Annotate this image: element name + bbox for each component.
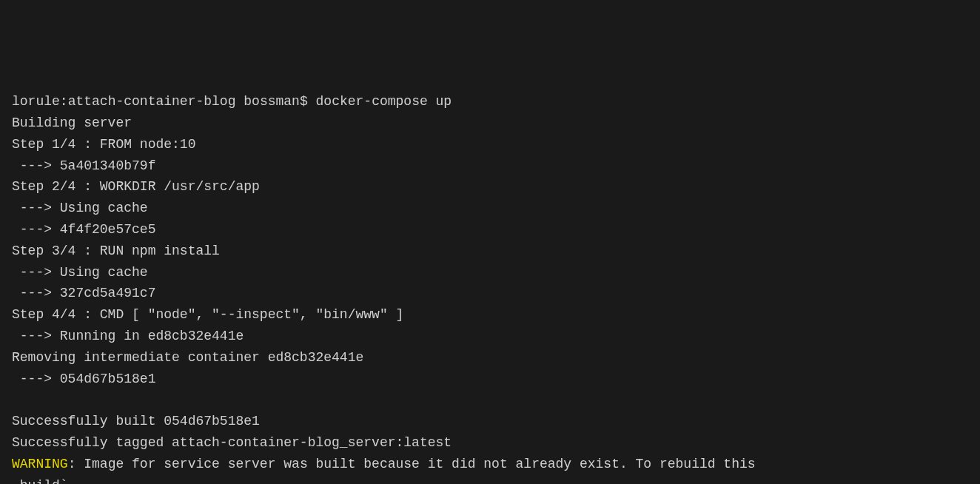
build-step-4-running: ---> Running in ed8cb32e441e xyxy=(12,326,968,347)
build-step-4-removing: Removing intermediate container ed8cb32e… xyxy=(12,347,968,369)
build-step-2: Step 2/4 : WORKDIR /usr/src/app xyxy=(12,176,968,198)
prompt-host: lorule xyxy=(12,94,60,109)
build-step-1: Step 1/4 : FROM node:10 xyxy=(12,134,968,155)
success-built: Successfully built 054d67b518e1 xyxy=(12,411,968,432)
terminal-output[interactable]: lorule:attach-container-blog bossman$ do… xyxy=(12,91,968,484)
build-step-4-result: ---> 054d67b518e1 xyxy=(12,369,968,390)
prompt-path: attach-container-blog xyxy=(68,94,236,109)
prompt-symbol: $ xyxy=(300,94,308,109)
warning-message: : Image for service server was built bec… xyxy=(68,457,764,471)
build-step-1-result: ---> 5a401340b79f xyxy=(12,155,968,177)
build-header: Building server xyxy=(12,112,968,134)
warning-prefix: WARNING xyxy=(12,457,68,471)
build-step-4: Step 4/4 : CMD [ "node", "--inspect", "b… xyxy=(12,304,968,326)
prompt-line: lorule:attach-container-blog bossman$ do… xyxy=(12,91,968,112)
warning-line: WARNING: Image for service server was bu… xyxy=(12,454,968,475)
build-step-3-cache: ---> Using cache xyxy=(12,262,968,283)
build-step-3: Step 3/4 : RUN npm install xyxy=(12,241,968,262)
command-text: docker-compose up xyxy=(316,94,452,109)
warning-continuation: -build`. xyxy=(12,475,968,484)
prompt-user: bossman xyxy=(244,94,300,109)
success-tagged: Successfully tagged attach-container-blo… xyxy=(12,432,968,454)
build-step-3-result: ---> 327cd5a491c7 xyxy=(12,283,968,304)
build-step-2-result: ---> 4f4f20e57ce5 xyxy=(12,219,968,241)
blank-line xyxy=(12,389,968,411)
build-step-2-cache: ---> Using cache xyxy=(12,198,968,219)
